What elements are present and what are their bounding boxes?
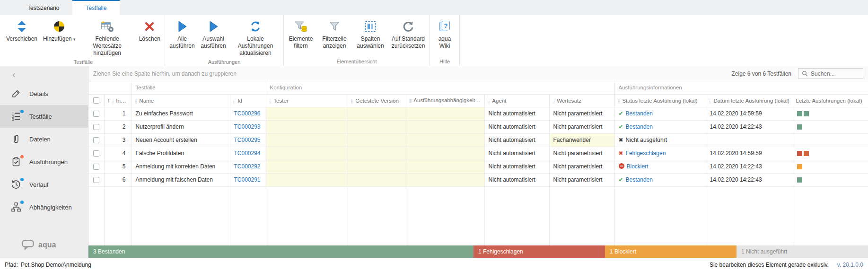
- dependency-cell[interactable]: [406, 107, 484, 120]
- collapse-sidebar-button[interactable]: ‹: [0, 66, 88, 82]
- move-button[interactable]: Verschieben: [3, 17, 40, 44]
- agent-cell[interactable]: Nicht automatisiert: [484, 120, 549, 133]
- version-cell[interactable]: [348, 133, 406, 147]
- sidebar-item-ausfuehrungen[interactable]: Ausführungen: [0, 150, 88, 173]
- table-row[interactable]: 5 Anmeldung mit korrekten Daten TC000292…: [88, 160, 868, 173]
- show-filter-row-button[interactable]: Filterzeile anzeigen: [316, 17, 352, 51]
- valueset-cell[interactable]: Nicht parametrisiert: [549, 160, 614, 173]
- tester-cell[interactable]: [266, 147, 348, 160]
- row-checkbox[interactable]: [93, 150, 99, 157]
- tester-cell[interactable]: [266, 120, 348, 133]
- tab-testszenario[interactable]: Testszenario: [14, 0, 72, 15]
- column-header-agent[interactable]: ⣿Agent: [484, 94, 549, 107]
- agent-cell[interactable]: Nicht automatisiert: [484, 173, 549, 186]
- status-cell[interactable]: ✖Fehlgeschlagen: [614, 147, 706, 160]
- name-cell[interactable]: Anmeldung mit korrekten Daten: [132, 160, 230, 173]
- name-cell[interactable]: Neuen Account erstellen: [132, 133, 230, 147]
- name-cell[interactable]: Zu einfaches Passwort: [132, 107, 230, 120]
- dependency-cell[interactable]: [406, 120, 484, 133]
- version-cell[interactable]: [348, 147, 406, 160]
- column-header-letzte-ausfuehrungen[interactable]: Letzte Ausführungen (lokal): [793, 94, 868, 107]
- testcase-id-link[interactable]: TC000293: [234, 123, 261, 130]
- testcase-id-link[interactable]: TC000291: [234, 176, 261, 183]
- version-cell[interactable]: [348, 107, 406, 120]
- dependency-cell[interactable]: [406, 147, 484, 160]
- row-checkbox[interactable]: [93, 177, 99, 183]
- column-header-getestete-version[interactable]: ⣿Getestete Version: [348, 94, 406, 107]
- dependency-cell[interactable]: [406, 133, 484, 147]
- valueset-cell[interactable]: Nicht parametrisiert: [549, 173, 614, 186]
- row-checkbox[interactable]: [93, 124, 99, 130]
- search-box[interactable]: [798, 68, 863, 79]
- version-cell[interactable]: [348, 173, 406, 186]
- testcase-id-link[interactable]: TC000295: [234, 137, 261, 143]
- sidebar-item-testfaelle[interactable]: 123 Testfälle: [0, 105, 88, 128]
- sidebar-item-abhaengigkeiten[interactable]: Abhängigkeiten: [0, 196, 88, 219]
- tester-cell[interactable]: [266, 133, 348, 147]
- column-header-tester[interactable]: ⣿Tester: [266, 94, 348, 107]
- valueset-cell[interactable]: Nicht parametrisiert: [549, 147, 614, 160]
- testcase-id-link[interactable]: TC000296: [234, 110, 261, 117]
- status-link[interactable]: Bestanden: [626, 176, 653, 183]
- sidebar-item-details[interactable]: Details: [0, 82, 88, 105]
- status-cell[interactable]: Blockiert: [614, 160, 706, 173]
- add-button[interactable]: Hinzufügen ▾: [40, 17, 79, 44]
- column-header-id[interactable]: ⣿Id: [230, 94, 266, 107]
- reset-default-button[interactable]: Auf Standard zurücksetzen: [388, 17, 428, 51]
- row-checkbox[interactable]: [93, 164, 99, 170]
- valueset-cell[interactable]: Fachanwender: [549, 133, 614, 147]
- search-input[interactable]: [811, 70, 858, 77]
- agent-cell[interactable]: Nicht automatisiert: [484, 133, 549, 147]
- agent-cell[interactable]: Nicht automatisiert: [484, 107, 549, 120]
- column-header-status-letzte-ausfuehrung[interactable]: ⣿Status letzte Ausführung (lokal): [614, 94, 706, 107]
- delete-button[interactable]: Löschen: [136, 17, 163, 44]
- table-row[interactable]: 6 Anmeldung mit falschen Daten TC000291 …: [88, 173, 868, 186]
- sidebar-item-dateien[interactable]: Dateien: [0, 128, 88, 150]
- dependency-cell[interactable]: [406, 160, 484, 173]
- status-link[interactable]: Bestanden: [626, 110, 653, 117]
- add-missing-valuesets-button[interactable]: Fehlende Wertesätze hinzufügen: [79, 17, 136, 58]
- refresh-local-executions-button[interactable]: Lokale Ausführungen aktualisieren: [229, 17, 282, 58]
- status-link[interactable]: Blockiert: [627, 163, 649, 170]
- row-checkbox[interactable]: [93, 137, 99, 143]
- column-header-ausfuehrungsabhaengigkeit[interactable]: ⣿Ausführungsabhängigkeit?: [406, 94, 484, 107]
- tester-cell[interactable]: [266, 173, 348, 186]
- status-link[interactable]: Fehlgeschlagen: [626, 150, 666, 157]
- status-cell[interactable]: ✔Bestanden: [614, 173, 706, 186]
- row-checkbox[interactable]: [93, 111, 99, 117]
- version-cell[interactable]: [348, 160, 406, 173]
- valueset-cell[interactable]: Nicht parametrisiert: [549, 120, 614, 133]
- column-header-index[interactable]: ↑⣿Index: [104, 94, 132, 107]
- table-row[interactable]: 2 Nutzerprofil ändern TC000293 Nicht aut…: [88, 120, 868, 133]
- column-header-wertesatz[interactable]: ⣿Wertesatz: [549, 94, 614, 107]
- sidebar-item-verlauf[interactable]: Verlauf: [0, 173, 88, 196]
- version-cell[interactable]: [348, 120, 406, 133]
- status-cell[interactable]: ✔Bestanden: [614, 120, 706, 133]
- tester-cell[interactable]: [266, 160, 348, 173]
- name-cell[interactable]: Falsche Profildaten: [132, 147, 230, 160]
- table-row[interactable]: 1 Zu einfaches Passwort TC000296 Nicht a…: [88, 107, 868, 120]
- agent-cell[interactable]: Nicht automatisiert: [484, 160, 549, 173]
- select-all-checkbox[interactable]: [93, 97, 99, 104]
- status-link[interactable]: Bestanden: [626, 123, 653, 130]
- testcase-id-link[interactable]: TC000292: [234, 163, 261, 170]
- tab-testfaelle[interactable]: Testfälle: [72, 0, 120, 15]
- column-header-name[interactable]: ⣿Name: [132, 94, 230, 107]
- valueset-cell[interactable]: Nicht parametrisiert: [549, 107, 614, 120]
- table-row[interactable]: 3 Neuen Account erstellen TC000295 Nicht…: [88, 133, 868, 147]
- column-header-datum-letzte-ausfuehrung[interactable]: ⣿Datum letzte Ausführung (lokal): [706, 94, 793, 107]
- tester-cell[interactable]: [266, 107, 348, 120]
- dependency-cell[interactable]: [406, 173, 484, 186]
- agent-cell[interactable]: Nicht automatisiert: [484, 147, 549, 160]
- choose-columns-button[interactable]: Spalten auswählen: [352, 17, 388, 51]
- status-cell[interactable]: ✖Nicht ausgeführt: [614, 133, 706, 147]
- name-cell[interactable]: Anmeldung mit falschen Daten: [132, 173, 230, 186]
- filter-elements-button[interactable]: Elemente filtern: [285, 17, 316, 51]
- name-cell[interactable]: Nutzerprofil ändern: [132, 120, 230, 133]
- run-selection-button[interactable]: Auswahl ausführen: [198, 17, 229, 51]
- testcase-id-link[interactable]: TC000294: [234, 150, 261, 157]
- run-all-button[interactable]: Alle ausführen: [167, 17, 198, 51]
- status-cell[interactable]: ✔Bestanden: [614, 107, 706, 120]
- aqua-wiki-button[interactable]: ? aqua Wiki: [431, 17, 458, 51]
- table-row[interactable]: 4 Falsche Profildaten TC000294 Nicht aut…: [88, 147, 868, 160]
